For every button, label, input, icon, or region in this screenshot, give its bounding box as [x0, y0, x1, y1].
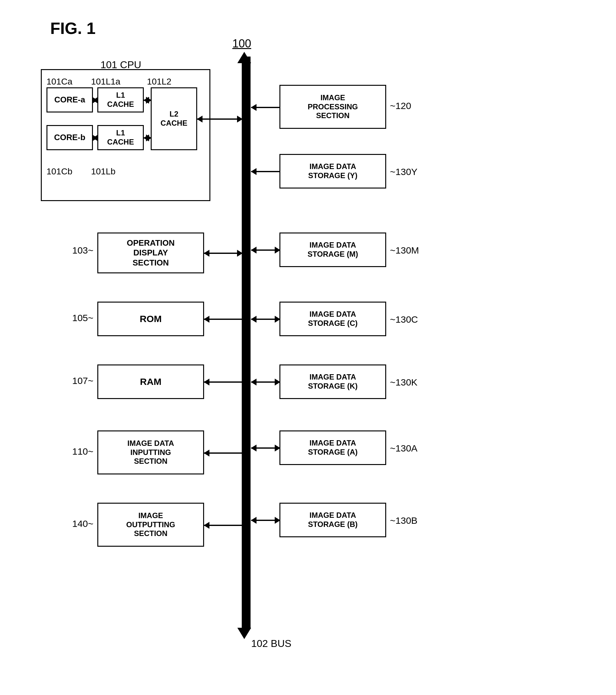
arrow-bus-storage-m [251, 250, 280, 251]
core-a-box: CORE-a [47, 87, 93, 113]
arrow-l1b-l2 [144, 137, 151, 139]
l1-cache-b-box: L1CACHE [97, 125, 144, 150]
arrow-ram-bus [204, 382, 242, 383]
arrow-bus-storage-k [251, 382, 280, 383]
bus-arrow-top [237, 52, 251, 63]
image-processing-box: IMAGEPROCESSINGSECTION [279, 85, 386, 129]
arrow-bus-storage-c [251, 319, 280, 320]
storage-y-box: IMAGE DATASTORAGE (Y) [279, 154, 386, 188]
core-b-box: CORE-b [47, 125, 93, 150]
l2-cache-box: L2CACHE [151, 87, 197, 150]
ref-130b: ~130B [390, 515, 418, 526]
ref-105: 105~ [72, 312, 93, 323]
ref-130y: ~130Y [390, 167, 418, 177]
label-101ca: 101Ca [47, 77, 72, 87]
image-outputting-box: IMAGEOUTPUTTINGSECTION [97, 503, 204, 547]
arrow-operation-bus [204, 253, 242, 254]
arrow-bus-processing [251, 107, 280, 108]
arrow-cpu-bus [197, 118, 242, 120]
arrow-outputting-bus [204, 525, 242, 526]
storage-a-box: IMAGE DATASTORAGE (A) [279, 430, 386, 465]
bus-arrow-bottom [237, 628, 251, 639]
ref-140: 140~ [72, 519, 93, 529]
ref-110: 110~ [72, 446, 93, 457]
arrow-bus-storage-a [251, 447, 280, 449]
arrow-bus-storage-y [251, 171, 280, 172]
label-101l2: 101L2 [147, 77, 172, 87]
bus-number-label: 100 [232, 37, 251, 50]
ref-130m: ~130M [390, 245, 419, 256]
storage-c-box: IMAGE DATASTORAGE (C) [279, 302, 386, 336]
ref-130c: ~130C [390, 314, 418, 325]
arrow-l1a-l2 [144, 100, 151, 101]
ref-107: 107~ [72, 375, 93, 386]
l1-cache-a-box: L1CACHE [97, 87, 144, 113]
bus-bottom-label: 102 BUS [251, 638, 292, 649]
storage-k-box: IMAGE DATASTORAGE (K) [279, 365, 386, 399]
arrow-inputting-bus [204, 453, 242, 454]
arrow-rom-bus [204, 319, 242, 320]
ref-103: 103~ [72, 245, 93, 256]
ref-130k: ~130K [390, 377, 418, 388]
label-101cb: 101Cb [47, 167, 72, 176]
ref-120: ~120 [390, 101, 411, 111]
ram-box: RAM [97, 365, 204, 399]
figure-title: FIG. 1 [50, 19, 95, 38]
storage-b-box: IMAGE DATASTORAGE (B) [279, 503, 386, 537]
operation-display-box: OPERATIONDISPLAYSECTION [97, 233, 204, 273]
storage-m-box: IMAGE DATASTORAGE (M) [279, 233, 386, 267]
label-101l1a: 101L1a [91, 77, 120, 87]
arrow-bus-storage-b [251, 520, 280, 521]
arrow-core-a-l1a [93, 100, 97, 101]
rom-box: ROM [97, 302, 204, 336]
label-101lb: 101Lb [91, 167, 116, 176]
arrow-core-b-l1b [93, 137, 97, 139]
ref-130a: ~130A [390, 443, 418, 454]
image-data-inputting-box: IMAGE DATAINPUTTINGSECTION [97, 430, 204, 474]
bus-line [242, 56, 250, 628]
